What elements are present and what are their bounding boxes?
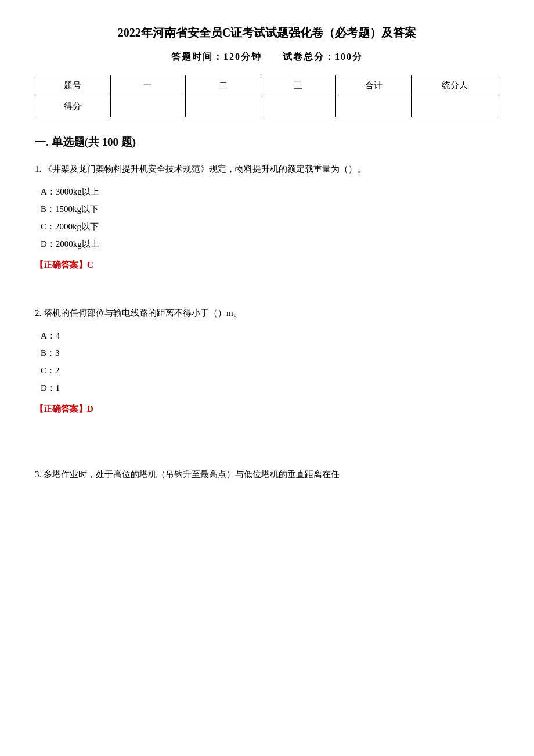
question-1-number: 1.	[35, 164, 44, 174]
question-1-option-a: A：3000kg以上	[41, 183, 499, 200]
score-cell-three	[261, 96, 336, 117]
question-1-option-b: B：1500kg以下	[41, 200, 499, 218]
question-2-option-b: B：3	[41, 344, 499, 362]
score-row-label: 得分	[35, 96, 111, 117]
col-header-total: 合计	[336, 75, 412, 96]
time-label: 答题时间：120分钟	[171, 52, 262, 62]
section-title: 一. 单选题(共 100 题)	[35, 135, 499, 150]
exam-subtitle: 答题时间：120分钟 试卷总分：100分	[35, 51, 499, 63]
question-1-option-d: D：2000kg以上	[41, 235, 499, 253]
question-2-option-a: A：4	[41, 327, 499, 344]
question-3-number: 3.	[35, 470, 44, 479]
table-header-row: 题号 一 二 三 合计 统分人	[35, 75, 499, 96]
score-cell-scorer	[411, 96, 499, 117]
score-label: 试卷总分：100分	[283, 52, 363, 62]
question-2-text: 2. 塔机的任何部位与输电线路的距离不得小于（）m。	[35, 305, 499, 321]
score-cell-total	[336, 96, 412, 117]
score-cell-two	[186, 96, 261, 117]
score-table: 题号 一 二 三 合计 统分人 得分	[35, 75, 499, 117]
table-score-row: 得分	[35, 96, 499, 117]
question-2-option-c: C：2	[41, 362, 499, 379]
question-1-answer: 【正确答案】C	[35, 260, 499, 271]
question-2-option-d: D：1	[41, 379, 499, 397]
question-2-answer-value: D	[87, 404, 93, 413]
question-2: 2. 塔机的任何部位与输电线路的距离不得小于（）m。 A：4 B：3 C：2 D…	[35, 305, 499, 415]
question-1-body: 《井架及龙门架物料提升机安全技术规范》规定，物料提升机的额定载重量为（）。	[44, 164, 366, 174]
question-1-answer-bracket: 【正确答案】	[35, 260, 87, 269]
question-1: 1. 《井架及龙门架物料提升机安全技术规范》规定，物料提升机的额定载重量为（）。…	[35, 161, 499, 271]
question-3-text: 3. 多塔作业时，处于高位的塔机（吊钩升至最高点）与低位塔机的垂直距离在任	[35, 467, 499, 483]
question-2-body: 塔机的任何部位与输电线路的距离不得小于（）m。	[44, 308, 242, 318]
question-3-body: 多塔作业时，处于高位的塔机（吊钩升至最高点）与低位塔机的垂直距离在任	[44, 470, 340, 479]
question-2-answer-bracket: 【正确答案】	[35, 404, 87, 413]
question-3: 3. 多塔作业时，处于高位的塔机（吊钩升至最高点）与低位塔机的垂直距离在任	[35, 467, 499, 483]
col-header-tihao: 题号	[35, 75, 111, 96]
question-1-answer-value: C	[87, 260, 93, 269]
col-header-scorer: 统分人	[411, 75, 499, 96]
score-cell-one	[110, 96, 186, 117]
question-2-answer: 【正确答案】D	[35, 404, 499, 415]
question-1-option-c: C：2000kg以下	[41, 218, 499, 235]
question-2-number: 2.	[35, 308, 44, 318]
col-header-three: 三	[261, 75, 336, 96]
page-title: 2022年河南省安全员C证考试试题强化卷（必考题）及答案	[35, 23, 499, 42]
question-1-text: 1. 《井架及龙门架物料提升机安全技术规范》规定，物料提升机的额定载重量为（）。	[35, 161, 499, 177]
col-header-two: 二	[186, 75, 261, 96]
col-header-one: 一	[110, 75, 186, 96]
